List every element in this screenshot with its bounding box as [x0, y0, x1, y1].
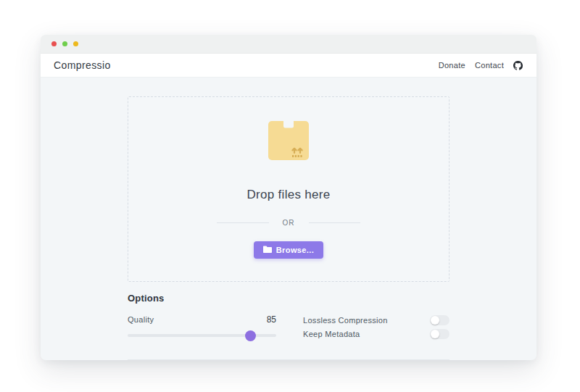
quality-value: 85: [267, 314, 276, 325]
github-icon[interactable]: [513, 60, 523, 70]
dropzone-title: Drop files here: [246, 188, 330, 202]
top-nav: Compressio Donate Contact: [41, 54, 536, 78]
browse-button-label: Browse...: [276, 246, 315, 254]
options-body: Quality 85 Lossless Compression Keep Met…: [128, 314, 450, 343]
lossless-row: Lossless Compression: [303, 315, 450, 325]
toggle-knob: [431, 316, 439, 325]
or-label: OR: [283, 219, 295, 227]
quality-label: Quality: [128, 315, 154, 324]
lossless-label: Lossless Compression: [303, 316, 388, 325]
quality-slider[interactable]: [128, 334, 276, 337]
file-dropzone[interactable]: Drop files here OR Browse...: [128, 96, 450, 282]
keep-metadata-toggle[interactable]: [430, 329, 450, 339]
toggle-knob: [431, 330, 439, 338]
brand-title: Compressio: [54, 59, 111, 71]
options-heading: Options: [128, 293, 450, 304]
app-window: Compressio Donate Contact: [41, 35, 536, 360]
divider-line-right: [309, 222, 361, 223]
main-content: Drop files here OR Browse... Options: [41, 78, 536, 360]
browse-button[interactable]: Browse...: [254, 241, 324, 259]
window-titlebar: [41, 35, 536, 54]
nav-links: Donate Contact: [439, 60, 523, 70]
quality-row: Quality 85: [128, 314, 276, 325]
traffic-light-maximize[interactable]: [73, 41, 78, 46]
options-bottom-divider: [128, 359, 450, 360]
traffic-light-close[interactable]: [51, 41, 57, 46]
quality-control: Quality 85: [128, 314, 276, 343]
folder-icon: [263, 246, 272, 254]
donate-link[interactable]: Donate: [439, 61, 465, 70]
contact-link[interactable]: Contact: [475, 61, 504, 70]
package-icon: [268, 120, 309, 164]
divider-line-left: [217, 222, 269, 223]
toggle-options: Lossless Compression Keep Metadata: [303, 314, 450, 343]
traffic-light-minimize[interactable]: [62, 41, 67, 46]
options-section: Options Quality 85 Lossless Compression: [128, 293, 450, 360]
keep-metadata-row: Keep Metadata: [303, 329, 450, 339]
keep-metadata-label: Keep Metadata: [303, 330, 360, 338]
page: Compressio Donate Contact: [0, 0, 580, 392]
lossless-toggle[interactable]: [430, 315, 450, 325]
or-divider: OR: [217, 219, 360, 227]
